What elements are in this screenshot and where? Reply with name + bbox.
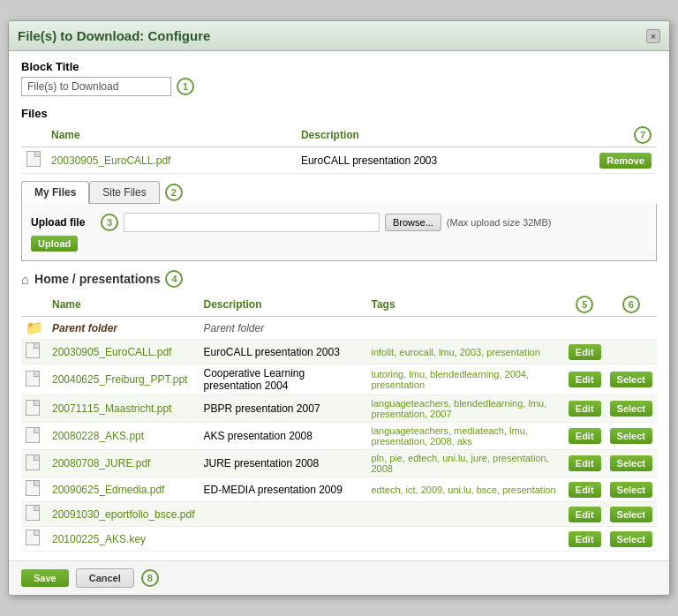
list-item: 20071115_Maastricht.ppt PBPR presentatio… bbox=[21, 395, 657, 423]
col-desc-header: Description bbox=[296, 124, 577, 147]
file-name-link[interactable]: 20090625_Edmedia.pdf bbox=[52, 484, 164, 496]
list-item: 20080228_AKS.ppt AKS presentation 2008 l… bbox=[21, 423, 657, 450]
folder-tags bbox=[366, 317, 563, 340]
configure-dialog: File(s) to Download: Configure × Block T… bbox=[8, 20, 670, 596]
path-text: Home / presentations bbox=[34, 272, 160, 286]
circle-7: 7 bbox=[634, 126, 652, 144]
tabs-row: My Files Site Files bbox=[21, 181, 160, 204]
tab-my-files[interactable]: My Files bbox=[21, 181, 89, 204]
file-name-link[interactable]: 20080708_JURE.pdf bbox=[52, 457, 150, 470]
file-description bbox=[199, 527, 366, 552]
upload-file-input[interactable] bbox=[124, 213, 380, 232]
select-button[interactable]: Select bbox=[610, 455, 652, 471]
tab-site-files[interactable]: Site Files bbox=[89, 181, 159, 203]
file-description bbox=[199, 502, 366, 527]
home-path-row: ⌂ Home / presentations 4 bbox=[21, 270, 657, 288]
file-icon bbox=[26, 151, 41, 167]
select-button[interactable]: Select bbox=[610, 372, 652, 387]
select-button[interactable]: Select bbox=[610, 401, 652, 417]
upload-label: Upload file bbox=[31, 216, 97, 229]
upload-section: Upload file 3 Browse... (Max upload size… bbox=[21, 204, 657, 261]
file-name-link[interactable]: 20040625_Freiburg_PPT.ppt bbox=[52, 373, 187, 386]
file-description: AKS presentation 2008 bbox=[199, 423, 366, 450]
block-title-row: 1 bbox=[21, 77, 657, 96]
file-tags: pln, pie, edtech, uni.lu, jure, presenta… bbox=[366, 450, 563, 477]
files-section-label: Files bbox=[21, 107, 657, 120]
file-name-link[interactable]: 20030905_EuroCALL.pdf bbox=[52, 346, 171, 358]
list-item: 20040625_Freiburg_PPT.ppt Cooperative Le… bbox=[21, 364, 657, 395]
file-icon bbox=[26, 427, 40, 443]
circle-4: 4 bbox=[165, 270, 183, 288]
file-tags: infolit, eurocall, lmu, 2003, presentati… bbox=[366, 340, 563, 364]
files-table: Name Description 7 20030905_EuroCALL.pdf… bbox=[21, 124, 657, 174]
col-action-header: 7 bbox=[577, 124, 657, 147]
bottom-bar: Save Cancel 8 bbox=[9, 560, 669, 595]
edit-button[interactable]: Edit bbox=[569, 455, 601, 471]
circle-1: 1 bbox=[177, 78, 194, 95]
file-tags bbox=[366, 502, 563, 527]
file-icon bbox=[26, 505, 40, 521]
list-item: 20080708_JURE.pdf JURE presentation 2008… bbox=[21, 450, 657, 477]
file-tags: edtech, ict, 2009, uni.lu, bsce, present… bbox=[366, 477, 563, 502]
file-icon bbox=[26, 342, 40, 358]
select-button[interactable]: Select bbox=[610, 531, 652, 547]
circle-5: 5 bbox=[576, 296, 593, 313]
circle-2: 2 bbox=[165, 184, 183, 201]
dialog-titlebar: File(s) to Download: Configure × bbox=[9, 21, 669, 51]
edit-button[interactable]: Edit bbox=[569, 344, 601, 360]
fl-icon-header bbox=[21, 293, 48, 317]
list-item: 20090625_Edmedia.pdf ED-MEDIA presentati… bbox=[21, 477, 657, 502]
fl-name-header: Name bbox=[48, 293, 199, 317]
file-name-link[interactable]: 20071115_Maastricht.ppt bbox=[52, 402, 171, 415]
file-icon bbox=[26, 530, 40, 545]
file-tags bbox=[366, 527, 563, 552]
home-icon[interactable]: ⌂ bbox=[21, 272, 29, 287]
cancel-button[interactable]: Cancel bbox=[76, 568, 134, 588]
file-name-link[interactable]: 20080228_AKS.ppt bbox=[52, 430, 144, 442]
fl-edit-header: 5 bbox=[564, 293, 606, 317]
edit-button[interactable]: Edit bbox=[569, 428, 601, 444]
file-description: EuroCALL presentation 2003 bbox=[296, 147, 577, 174]
file-description: Cooperative Learning presentation 2004 bbox=[199, 364, 366, 395]
file-list-table: Name Description Tags 5 6 📁 Parent folde… bbox=[21, 293, 657, 552]
select-button[interactable]: Select bbox=[610, 482, 652, 498]
folder-link[interactable]: Parent folder bbox=[52, 322, 117, 334]
file-description: EuroCALL presentation 2003 bbox=[199, 340, 366, 364]
file-description: ED-MEDIA presentation 2009 bbox=[199, 477, 366, 502]
fl-tags-header: Tags bbox=[366, 293, 563, 317]
edit-button[interactable]: Edit bbox=[569, 401, 601, 417]
list-item: 📁 Parent folder Parent folder bbox=[21, 317, 657, 340]
file-icon bbox=[26, 454, 40, 470]
browse-button[interactable]: Browse... bbox=[385, 214, 441, 231]
fl-desc-header: Description bbox=[199, 293, 366, 317]
file-name-link[interactable]: 20100225_AKS.key bbox=[52, 533, 146, 545]
remove-button[interactable]: Remove bbox=[599, 153, 652, 169]
file-name-link[interactable]: 20091030_eportfolio_bsce.pdf bbox=[52, 508, 194, 521]
circle-3: 3 bbox=[101, 214, 118, 231]
file-tags: tutoring, lmu, blendedlearning, 2004, pr… bbox=[366, 364, 563, 395]
max-upload-text: (Max upload size 32MB) bbox=[447, 217, 552, 228]
file-icon bbox=[26, 480, 40, 496]
upload-row: Upload file 3 Browse... (Max upload size… bbox=[31, 213, 647, 232]
edit-button[interactable]: Edit bbox=[569, 372, 601, 387]
folder-icon: 📁 bbox=[26, 320, 43, 335]
list-item: 20091030_eportfolio_bsce.pdf Edit Select bbox=[21, 502, 657, 527]
edit-button[interactable]: Edit bbox=[569, 531, 601, 547]
file-name-link[interactable]: 20030905_EuroCALL.pdf bbox=[51, 154, 170, 167]
tabs-container-row: My Files Site Files 2 bbox=[21, 181, 657, 204]
save-button[interactable]: Save bbox=[21, 569, 69, 587]
select-button[interactable]: Select bbox=[610, 507, 652, 522]
close-button[interactable]: × bbox=[646, 29, 660, 43]
table-row: 20030905_EuroCALL.pdf EuroCALL presentat… bbox=[21, 147, 657, 174]
file-tags: languageteachers, mediateach, lmu, prese… bbox=[366, 423, 563, 450]
list-item: 20100225_AKS.key Edit Select bbox=[21, 527, 657, 552]
upload-button[interactable]: Upload bbox=[31, 236, 78, 252]
block-title-input[interactable] bbox=[21, 77, 171, 96]
circle-6: 6 bbox=[622, 296, 640, 313]
edit-button[interactable]: Edit bbox=[569, 482, 601, 498]
list-item: 20030905_EuroCALL.pdf EuroCALL presentat… bbox=[21, 340, 657, 364]
edit-button[interactable]: Edit bbox=[569, 507, 601, 522]
select-button[interactable]: Select bbox=[610, 428, 652, 444]
col-name-header: Name bbox=[46, 124, 296, 147]
col-icon-header bbox=[21, 124, 46, 147]
